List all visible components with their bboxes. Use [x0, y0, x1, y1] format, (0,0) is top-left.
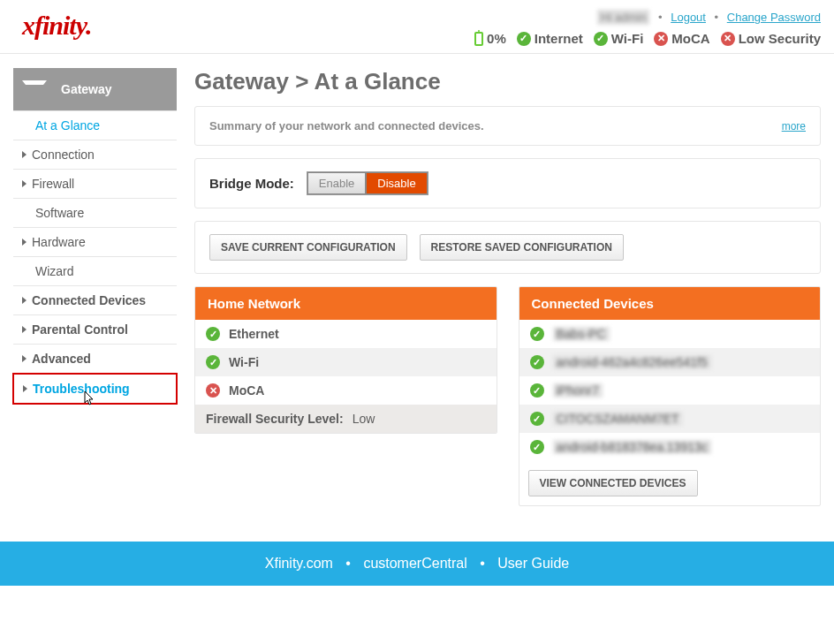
change-password-link[interactable]: Change Password: [727, 11, 821, 24]
summary-panel: Summary of your network and connected de…: [194, 106, 821, 146]
logout-link[interactable]: Logout: [671, 11, 706, 24]
sidebar-item-troubleshooting[interactable]: Troubleshooting: [12, 373, 178, 405]
footer-link-xfinity[interactable]: Xfinity.com: [265, 556, 333, 571]
check-icon: ✓: [530, 327, 544, 341]
main-content: Gateway > At a Glance Summary of your ne…: [194, 68, 821, 506]
more-link[interactable]: more: [782, 120, 806, 133]
check-icon: ✓: [517, 32, 531, 46]
connected-devices-card: Connected Devices ✓Babs-PC ✓android-462a…: [519, 286, 822, 506]
status-bar: 0% ✓Internet ✓Wi-Fi ✕MoCA ✕Low Security: [474, 31, 821, 46]
x-icon: ✕: [206, 383, 220, 398]
check-icon: ✓: [206, 327, 220, 341]
sidebar-header-gateway[interactable]: Gateway: [13, 68, 177, 111]
hn-row-moca: ✕MoCA: [195, 376, 497, 405]
device-row: ✓iPhonr7: [519, 376, 821, 405]
sidebar-item-software[interactable]: Software: [13, 199, 177, 228]
battery-icon: [474, 32, 483, 46]
home-network-card: Home Network ✓Ethernet ✓Wi-Fi ✕MoCA Fire…: [194, 286, 497, 434]
disable-button[interactable]: Disable: [366, 172, 427, 194]
status-internet: ✓Internet: [517, 31, 583, 46]
sidebar-item-hardware[interactable]: Hardware: [13, 228, 177, 257]
save-config-button[interactable]: SAVE CURRENT CONFIGURATION: [209, 234, 407, 261]
device-row: ✓Babs-PC: [519, 320, 821, 348]
sidebar-item-advanced[interactable]: Advanced: [13, 345, 177, 374]
caret-down-icon: [22, 80, 47, 99]
page-header: xfinity. Hi admin • Logout • Change Pass…: [0, 0, 834, 54]
battery-pct: 0%: [487, 31, 506, 46]
caret-right-icon: [23, 385, 27, 392]
check-icon: ✓: [530, 440, 544, 454]
caret-right-icon: [22, 297, 27, 304]
check-icon: ✓: [530, 383, 544, 398]
enable-button[interactable]: Enable: [307, 172, 366, 194]
caret-right-icon: [22, 326, 27, 333]
logo: xfinity.: [13, 11, 91, 41]
config-panel: SAVE CURRENT CONFIGURATION RESTORE SAVED…: [194, 221, 821, 274]
sidebar-item-firewall[interactable]: Firewall: [13, 170, 177, 199]
top-links: Hi admin • Logout • Change Password: [597, 11, 821, 24]
restore-config-button[interactable]: RESTORE SAVED CONFIGURATION: [420, 234, 624, 261]
caret-right-icon: [22, 180, 27, 187]
bridge-mode-toggle: Enable Disable: [307, 171, 428, 195]
caret-right-icon: [22, 151, 27, 158]
home-network-header: Home Network: [195, 287, 497, 320]
device-row: ✓CITOCSZAMANM7ET: [519, 405, 821, 433]
hn-row-wifi: ✓Wi-Fi: [195, 348, 497, 376]
footer-link-customercentral[interactable]: customerCentral: [363, 556, 466, 571]
header-right: Hi admin • Logout • Change Password 0% ✓…: [474, 11, 821, 46]
page-footer: Xfinity.com • customerCentral • User Gui…: [0, 542, 834, 586]
status-wifi: ✓Wi-Fi: [594, 31, 644, 46]
x-icon: ✕: [721, 32, 735, 46]
hn-row-ethernet: ✓Ethernet: [195, 320, 497, 348]
device-row: ✓android-462a4c826ee541f5: [519, 348, 821, 376]
hn-row-firewall: Firewall Security Level: Low: [195, 405, 497, 433]
bridge-mode-panel: Bridge Mode: Enable Disable: [194, 158, 821, 208]
view-connected-devices-button[interactable]: VIEW CONNECTED DEVICES: [528, 470, 698, 496]
sidebar-item-connection[interactable]: Connection: [13, 140, 177, 170]
sidebar-item-connected-devices[interactable]: Connected Devices: [13, 286, 177, 315]
sidebar-item-parental-control[interactable]: Parental Control: [13, 315, 177, 345]
summary-text: Summary of your network and connected de…: [209, 119, 484, 133]
page-title: Gateway > At a Glance: [194, 68, 821, 95]
caret-right-icon: [22, 355, 27, 362]
cursor-icon: [81, 390, 95, 408]
check-icon: ✓: [530, 412, 544, 426]
check-icon: ✓: [594, 32, 608, 46]
sidebar-item-at-a-glance[interactable]: At a Glance: [13, 111, 177, 140]
status-moca: ✕MoCA: [654, 31, 709, 46]
greeting: Hi admin: [597, 10, 649, 25]
sidebar-item-wizard[interactable]: Wizard: [13, 257, 177, 286]
device-row: ✓android-b818378ea.13913c: [519, 433, 821, 461]
footer-link-userguide[interactable]: User Guide: [497, 556, 569, 571]
sidebar: Gateway At a Glance Connection Firewall …: [13, 68, 177, 404]
x-icon: ✕: [654, 32, 668, 46]
battery-status: 0%: [474, 31, 506, 46]
check-icon: ✓: [530, 355, 544, 369]
check-icon: ✓: [206, 355, 220, 369]
caret-right-icon: [22, 239, 27, 246]
connected-devices-header: Connected Devices: [519, 287, 821, 320]
bridge-mode-label: Bridge Mode:: [209, 176, 294, 191]
status-security: ✕Low Security: [721, 31, 821, 46]
